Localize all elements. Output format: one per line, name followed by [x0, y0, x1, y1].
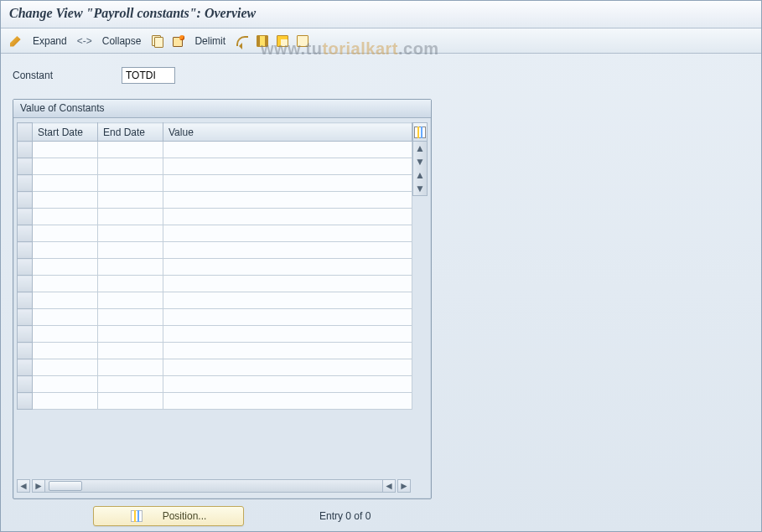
- cell-end-date[interactable]: [98, 259, 163, 276]
- row-selector[interactable]: [18, 326, 33, 343]
- cell-end-date[interactable]: [98, 393, 163, 410]
- col-end-date[interactable]: End Date: [98, 123, 163, 142]
- cell-value[interactable]: [163, 393, 412, 410]
- row-selector[interactable]: [18, 142, 33, 158]
- cell-end-date[interactable]: [98, 309, 163, 326]
- cell-start-date[interactable]: [33, 359, 98, 376]
- cell-end-date[interactable]: [98, 142, 163, 158]
- cell-value[interactable]: [163, 359, 412, 376]
- row-selector[interactable]: [18, 359, 33, 376]
- cell-start-date[interactable]: [33, 393, 98, 410]
- select-all-button[interactable]: [254, 33, 271, 49]
- table-row[interactable]: [18, 209, 412, 225]
- cell-start-date[interactable]: [33, 343, 98, 359]
- cell-start-date[interactable]: [33, 276, 98, 292]
- cell-end-date[interactable]: [98, 242, 163, 259]
- row-selector[interactable]: [18, 376, 33, 393]
- cell-value[interactable]: [163, 142, 412, 158]
- table-row[interactable]: [18, 393, 412, 410]
- table-row[interactable]: [18, 175, 412, 192]
- vertical-scrollbar[interactable]: ▲ ▼ ▲ ▼: [412, 141, 428, 196]
- row-selector[interactable]: [18, 393, 33, 410]
- cell-end-date[interactable]: [98, 359, 163, 376]
- position-button[interactable]: Position...: [93, 506, 244, 526]
- cell-start-date[interactable]: [33, 259, 98, 276]
- cell-value[interactable]: [163, 158, 412, 175]
- deselect-all-button[interactable]: [294, 33, 311, 49]
- cell-start-date[interactable]: [33, 158, 98, 175]
- cell-value[interactable]: [163, 242, 412, 259]
- row-selector[interactable]: [18, 175, 33, 192]
- row-selector[interactable]: [18, 242, 33, 259]
- cell-end-date[interactable]: [98, 192, 163, 209]
- display-change-toggle[interactable]: [8, 33, 24, 49]
- row-selector[interactable]: [18, 276, 33, 292]
- table-row[interactable]: [18, 359, 412, 376]
- cell-start-date[interactable]: [33, 309, 98, 326]
- cell-end-date[interactable]: [98, 326, 163, 343]
- row-selector[interactable]: [18, 343, 33, 359]
- table-row[interactable]: [18, 343, 412, 359]
- row-selector[interactable]: [18, 259, 33, 276]
- table-row[interactable]: [18, 292, 412, 309]
- row-selector[interactable]: [18, 309, 33, 326]
- scroll-right-step[interactable]: ►: [32, 479, 45, 493]
- cell-end-date[interactable]: [98, 158, 163, 175]
- delimit-button[interactable]: Delimit: [189, 33, 231, 49]
- table-settings-button[interactable]: [412, 122, 428, 141]
- horizontal-scrollbar[interactable]: ◄ ► ◄ ►: [17, 478, 428, 493]
- row-selector[interactable]: [18, 225, 33, 242]
- horizontal-scroll-thumb[interactable]: [49, 481, 82, 491]
- copy-button[interactable]: [149, 33, 166, 49]
- table-row[interactable]: [18, 326, 412, 343]
- col-start-date[interactable]: Start Date: [33, 123, 98, 142]
- cell-value[interactable]: [163, 225, 412, 242]
- delete-button[interactable]: [169, 33, 186, 49]
- cell-end-date[interactable]: [98, 292, 163, 309]
- cell-value[interactable]: [163, 192, 412, 209]
- table-row[interactable]: [18, 259, 412, 276]
- cell-value[interactable]: [163, 175, 412, 192]
- cell-start-date[interactable]: [33, 142, 98, 158]
- cell-end-date[interactable]: [98, 209, 163, 225]
- collapse-button[interactable]: Collapse: [97, 33, 147, 49]
- row-selector[interactable]: [18, 158, 33, 175]
- cell-start-date[interactable]: [33, 242, 98, 259]
- cell-start-date[interactable]: [33, 326, 98, 343]
- cell-start-date[interactable]: [33, 209, 98, 225]
- table-row[interactable]: [18, 276, 412, 292]
- scroll-up-button[interactable]: ▲: [413, 142, 427, 155]
- expand-button[interactable]: Expand: [28, 33, 72, 49]
- cell-end-date[interactable]: [98, 225, 163, 242]
- scroll-left-step[interactable]: ◄: [382, 479, 396, 493]
- cell-start-date[interactable]: [33, 292, 98, 309]
- cell-value[interactable]: [163, 376, 412, 393]
- cell-value[interactable]: [163, 326, 412, 343]
- cell-start-date[interactable]: [33, 225, 98, 242]
- cell-value[interactable]: [163, 276, 412, 292]
- cell-start-date[interactable]: [33, 376, 98, 393]
- scroll-up-step[interactable]: ▲: [413, 168, 427, 182]
- scroll-right-button[interactable]: ►: [397, 479, 411, 493]
- table-row[interactable]: [18, 242, 412, 259]
- cell-value[interactable]: [163, 209, 412, 225]
- row-selector[interactable]: [18, 209, 33, 225]
- cell-value[interactable]: [163, 259, 412, 276]
- table-row[interactable]: [18, 158, 412, 175]
- cell-end-date[interactable]: [98, 343, 163, 359]
- row-selector-header[interactable]: [18, 123, 33, 142]
- cell-value[interactable]: [163, 292, 412, 309]
- row-selector[interactable]: [18, 292, 33, 309]
- scroll-left-button[interactable]: ◄: [17, 479, 30, 493]
- cell-start-date[interactable]: [33, 192, 98, 209]
- horizontal-scroll-track[interactable]: [45, 479, 382, 493]
- cell-value[interactable]: [163, 343, 412, 359]
- constant-input[interactable]: [122, 67, 175, 84]
- cell-value[interactable]: [163, 309, 412, 326]
- cell-end-date[interactable]: [98, 175, 163, 192]
- scroll-down-button[interactable]: ▼: [413, 182, 427, 195]
- cell-end-date[interactable]: [98, 276, 163, 292]
- row-selector[interactable]: [18, 192, 33, 209]
- scroll-down-step[interactable]: ▼: [413, 155, 427, 168]
- select-block-button[interactable]: [274, 33, 291, 49]
